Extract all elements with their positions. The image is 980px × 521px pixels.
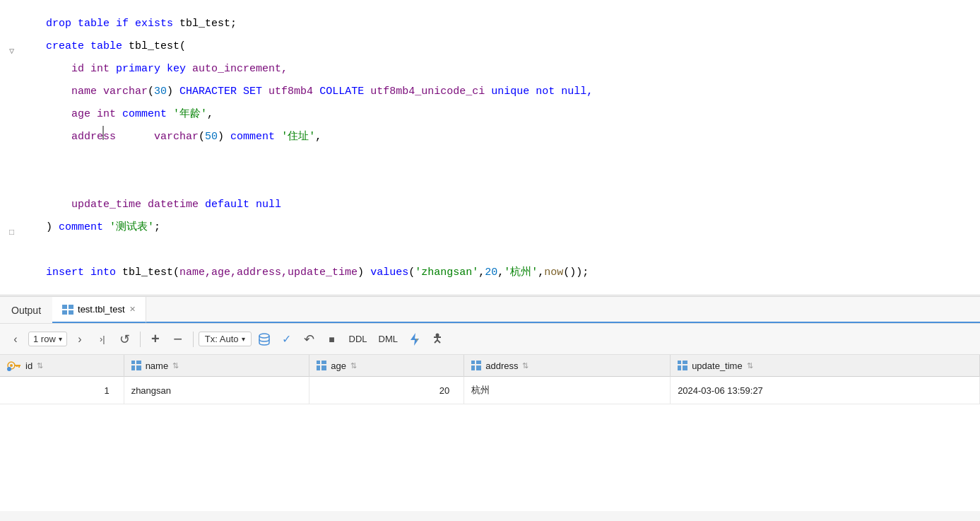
- svg-point-7: [435, 333, 439, 336]
- ddl-button[interactable]: DDL: [345, 331, 372, 347]
- tab-tbl-test[interactable]: test.tbl_test ✕: [52, 297, 146, 323]
- col-header-name[interactable]: name ⇅: [124, 355, 309, 377]
- col-name-sort[interactable]: ⇅: [172, 361, 179, 370]
- svg-rect-21: [321, 365, 326, 370]
- dml-button[interactable]: DML: [374, 331, 402, 347]
- svg-rect-16: [131, 365, 135, 370]
- code-line-3: id int primary key auto_increment,: [46, 58, 980, 81]
- svg-rect-26: [678, 361, 681, 364]
- cell-update-time-1: 2024-03-06 13:59:27: [671, 377, 980, 404]
- col-address-sort[interactable]: ⇅: [522, 361, 529, 370]
- fold-icon-open[interactable]: ▽: [9, 40, 14, 63]
- col-icon-name: [131, 361, 141, 370]
- svg-rect-2: [62, 310, 67, 315]
- table-header-row: id ⇅ name: [0, 355, 980, 377]
- svg-rect-20: [317, 365, 320, 370]
- pin-icon: [432, 333, 443, 346]
- col-header-update-time[interactable]: update_time ⇅: [671, 355, 980, 377]
- results-table-container: id ⇅ name: [0, 355, 980, 404]
- tab-tbl-test-label: test.tbl_test: [78, 304, 124, 315]
- lightning-icon: [409, 333, 420, 346]
- col-header-age[interactable]: age ⇅: [309, 355, 464, 377]
- col-name-label: name: [146, 361, 169, 371]
- svg-rect-14: [131, 361, 135, 364]
- divider-2: [193, 332, 194, 347]
- col-update-time-label: update_time: [692, 361, 743, 371]
- col-icon-address: [471, 361, 481, 370]
- svg-rect-17: [136, 365, 141, 370]
- tab-output[interactable]: Output: [0, 297, 52, 323]
- svg-rect-23: [476, 361, 481, 364]
- code-content: drop table if exists tbl_test; ▽ create …: [0, 7, 980, 290]
- row-count-selector[interactable]: 1 row ▾: [28, 332, 67, 346]
- svg-point-13: [7, 367, 11, 371]
- table-row[interactable]: 1 zhangsan 20 杭州 2024-03-06 13:59:27: [0, 377, 980, 404]
- svg-rect-19: [321, 361, 326, 364]
- last-page-button[interactable]: ›|: [93, 329, 112, 349]
- col-age-sort[interactable]: ⇅: [350, 361, 357, 370]
- tab-output-label: Output: [11, 305, 41, 316]
- delete-row-button[interactable]: −: [168, 329, 188, 349]
- refresh-button[interactable]: ↺: [115, 329, 135, 349]
- svg-rect-3: [69, 310, 73, 315]
- stop-button[interactable]: ■: [322, 329, 342, 349]
- svg-rect-15: [136, 361, 141, 364]
- bottom-panel: Output test.tbl_test ✕ ‹ 1 row ▾ › ›| ↺: [0, 297, 980, 511]
- tab-close-button[interactable]: ✕: [129, 305, 136, 314]
- cell-address-1: 杭州: [464, 377, 671, 404]
- code-line-2: ▽ create table tbl_test(: [46, 35, 980, 58]
- rollback-button[interactable]: ↶: [300, 329, 319, 349]
- col-id-label: id: [25, 361, 33, 371]
- col-header-id[interactable]: id ⇅: [0, 355, 124, 377]
- code-line-6: address varchar(50) comment '住址',: [46, 126, 980, 194]
- tabs-bar: Output test.tbl_test ✕: [0, 297, 980, 324]
- code-line-8: □ ) comment '测试表';: [46, 216, 980, 239]
- divider-1: [140, 332, 141, 347]
- prev-page-button[interactable]: ‹: [6, 329, 25, 349]
- svg-rect-27: [683, 361, 687, 364]
- svg-rect-11: [18, 365, 20, 368]
- code-line-5: age int comment '年龄',: [46, 103, 980, 126]
- code-line-4: name varchar(30) CHARACTER SET utf8mb4 C…: [46, 81, 980, 103]
- fold-icon-close[interactable]: □: [9, 221, 14, 244]
- key-icon: [7, 360, 21, 371]
- tx-selector[interactable]: Tx: Auto ▾: [199, 332, 252, 346]
- svg-rect-29: [683, 365, 687, 370]
- tx-label: Tx: Auto: [205, 334, 239, 344]
- results-table: id ⇅ name: [0, 355, 980, 404]
- col-icon-update-time: [678, 361, 687, 370]
- add-row-button[interactable]: +: [146, 329, 165, 349]
- code-line-1: drop table if exists tbl_test;: [46, 13, 980, 35]
- col-update-time-sort[interactable]: ⇅: [747, 361, 753, 370]
- col-icon-age: [317, 361, 326, 370]
- cell-id-1: 1: [0, 377, 124, 404]
- svg-marker-5: [411, 333, 419, 346]
- pin-button[interactable]: [427, 329, 447, 349]
- db-button[interactable]: [254, 329, 274, 349]
- table-icon: [62, 305, 73, 315]
- svg-rect-22: [471, 361, 475, 364]
- col-id-sort[interactable]: ⇅: [37, 361, 43, 370]
- col-age-label: age: [331, 361, 346, 371]
- cell-name-1: zhangsan: [124, 377, 309, 404]
- col-header-address[interactable]: address ⇅: [464, 355, 671, 377]
- svg-rect-25: [476, 365, 481, 370]
- row-count-label: 1 row: [33, 334, 56, 344]
- next-page-button[interactable]: ›: [70, 329, 90, 349]
- db-icon: [258, 333, 271, 346]
- svg-rect-12: [16, 365, 18, 367]
- svg-point-9: [10, 364, 13, 367]
- col-address-label: address: [485, 361, 518, 371]
- tab-underline-fill: [146, 297, 980, 323]
- svg-rect-24: [471, 365, 475, 370]
- row-count-chevron: ▾: [59, 335, 62, 343]
- svg-point-4: [259, 334, 269, 338]
- code-editor[interactable]: drop table if exists tbl_test; ▽ create …: [0, 0, 980, 297]
- code-line-10: insert into tbl_test(name,age,address,up…: [46, 262, 980, 284]
- lightning-button[interactable]: [405, 329, 425, 349]
- code-line-7: update_time datetime default null: [46, 194, 980, 216]
- commit-button[interactable]: ✓: [277, 329, 297, 349]
- cell-age-1: 20: [309, 377, 464, 404]
- result-toolbar: ‹ 1 row ▾ › ›| ↺ + − Tx: Auto ▾: [0, 324, 980, 355]
- tx-chevron: ▾: [242, 335, 245, 343]
